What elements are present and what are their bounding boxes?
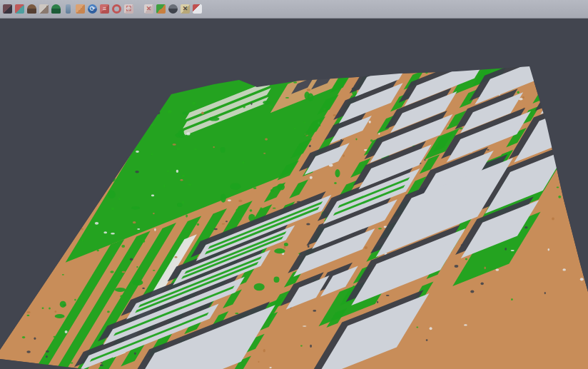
app-window: ⟳≡⛶✕✕ (0, 0, 588, 369)
scene-svg (0, 19, 588, 369)
refresh-icon (88, 4, 97, 14)
classification-map-button[interactable] (155, 2, 167, 16)
target-button[interactable] (111, 2, 123, 16)
clear-selection-button[interactable]: ✕ (143, 2, 155, 16)
profile-column-icon (66, 4, 71, 14)
orthophoto-button[interactable] (74, 2, 86, 16)
profile-column-button[interactable] (62, 2, 74, 16)
layer-list-icon (100, 4, 109, 14)
terrain-surface-icon (27, 4, 36, 14)
target-icon (112, 4, 121, 14)
point-cloud-button[interactable] (1, 2, 14, 16)
point-cloud-icon (3, 4, 12, 14)
sphere-view-button[interactable] (167, 2, 179, 16)
layer-list-button[interactable]: ≡ (98, 2, 111, 16)
terrain-surface-button[interactable] (26, 2, 38, 16)
attribute-table-icon (193, 4, 202, 14)
clear-selection-icon (144, 4, 153, 14)
classified-points-button[interactable] (14, 2, 26, 16)
vegetation-surface-button[interactable] (50, 2, 62, 16)
toolbar: ⟳≡⛶✕✕ (0, 0, 588, 19)
selection-bounds-icon (124, 4, 133, 14)
delete-points-button[interactable]: ✕ (179, 2, 191, 16)
classification-map-icon (156, 4, 166, 14)
selection-bounds-button[interactable]: ⛶ (123, 2, 135, 16)
classified-points-icon (15, 4, 24, 14)
sparse-points-button[interactable] (38, 2, 50, 16)
sparse-points-icon (39, 4, 49, 14)
delete-points-icon (181, 4, 190, 14)
vegetation-surface-icon (51, 4, 61, 14)
3d-viewport[interactable] (0, 19, 588, 369)
sphere-view-icon (168, 4, 178, 14)
refresh-button[interactable]: ⟳ (86, 2, 98, 16)
attribute-table-button[interactable] (191, 2, 203, 16)
orthophoto-icon (76, 4, 85, 14)
